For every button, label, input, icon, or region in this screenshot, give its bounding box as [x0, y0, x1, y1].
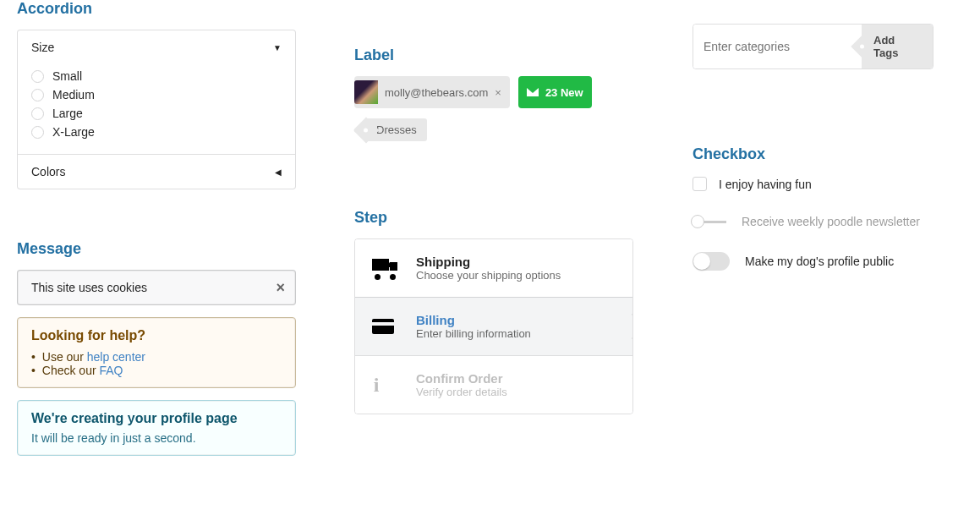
- message-text: This site uses cookies: [31, 281, 147, 294]
- toggle-icon: [693, 252, 730, 271]
- faq-link[interactable]: FAQ: [100, 364, 123, 377]
- accordion-heading: Accordion: [17, 0, 296, 18]
- radio-label: Large: [52, 107, 83, 120]
- step-title: Confirm Order: [416, 371, 507, 386]
- radio-large[interactable]: Large: [31, 107, 282, 120]
- text: Use our: [42, 350, 87, 364]
- add-tags-button[interactable]: Add Tags: [862, 25, 933, 68]
- avatar: [354, 80, 378, 104]
- accordion-content-size: Small Medium Large X-Large: [18, 69, 295, 154]
- message-heading: Message: [17, 240, 296, 258]
- accordion: Size ▼ Small Medium Large X-Large Colors…: [17, 30, 296, 189]
- radio-icon: [31, 126, 44, 139]
- step-desc: Verify order details: [416, 386, 507, 398]
- radio-label: X-Large: [52, 125, 95, 139]
- label-heading: Label: [354, 47, 633, 64]
- checkbox-heading: Checkbox: [693, 145, 933, 163]
- truck-icon: [372, 259, 404, 277]
- checkbox-label: Receive weekly poodle newsletter: [742, 215, 920, 228]
- message-body: It will be ready in just a second.: [31, 431, 282, 445]
- checkbox-label: I enjoy having fun: [719, 178, 812, 191]
- user-label[interactable]: molly@thebears.com ×: [354, 76, 510, 108]
- radio-label: Medium: [52, 88, 95, 101]
- mail-icon: [527, 88, 539, 96]
- badge-text: 23 New: [545, 86, 583, 99]
- accordion-title-size[interactable]: Size ▼: [18, 30, 295, 64]
- step-shipping[interactable]: ShippingChoose your shipping options: [355, 239, 632, 297]
- button-label: Add Tags: [873, 34, 898, 59]
- step-group: ShippingChoose your shipping options Bil…: [354, 238, 633, 414]
- list-item: Use our help center: [31, 350, 282, 364]
- message-info: We're creating your profile page It will…: [17, 400, 296, 456]
- radio-xlarge[interactable]: X-Large: [31, 125, 282, 139]
- step-desc: Choose your shipping options: [416, 269, 561, 282]
- message-header: Looking for help?: [31, 328, 282, 343]
- step-desc: Enter billing information: [416, 327, 531, 340]
- text: Check our: [42, 364, 100, 377]
- accordion-size-label: Size: [31, 41, 54, 54]
- accordion-title-colors[interactable]: Colors ◀: [18, 155, 295, 189]
- step-title: Shipping: [416, 255, 561, 269]
- checkbox-newsletter: Receive weekly poodle newsletter: [693, 215, 933, 228]
- card-icon: [372, 319, 404, 334]
- caret-left-icon: ◀: [275, 167, 282, 177]
- help-center-link[interactable]: help center: [87, 350, 145, 364]
- step-billing[interactable]: BillingEnter billing information: [355, 297, 632, 355]
- accordion-colors-label: Colors: [31, 165, 65, 178]
- tag-label[interactable]: Dresses: [366, 118, 427, 141]
- radio-medium[interactable]: Medium: [31, 88, 282, 101]
- message-header: We're creating your profile page: [31, 411, 282, 426]
- info-icon: i: [372, 374, 404, 397]
- new-badge[interactable]: 23 New: [518, 76, 592, 108]
- step-heading: Step: [354, 209, 633, 227]
- email-text: molly@thebears.com: [385, 86, 488, 99]
- step-title: Billing: [416, 313, 531, 327]
- radio-icon: [31, 89, 44, 101]
- tags-input: Add Tags: [693, 24, 933, 69]
- radio-icon: [31, 70, 44, 83]
- message-cookie: This site uses cookies ×: [17, 270, 296, 305]
- checkbox-label: Make my dog's profile public: [745, 255, 894, 268]
- radio-icon: [31, 107, 44, 120]
- message-warning: Looking for help? Use our help center Ch…: [17, 317, 296, 388]
- categories-field[interactable]: [693, 25, 862, 68]
- list-item: Check our FAQ: [31, 364, 282, 377]
- checkbox-fun[interactable]: I enjoy having fun: [693, 177, 933, 191]
- radio-label: Small: [52, 69, 82, 83]
- tag-text: Dresses: [376, 123, 417, 136]
- close-icon[interactable]: ×: [276, 279, 285, 297]
- delete-icon[interactable]: ×: [495, 86, 501, 99]
- caret-down-icon: ▼: [273, 43, 282, 52]
- checkbox-icon: [693, 177, 707, 191]
- toggle-public[interactable]: Make my dog's profile public: [693, 252, 933, 271]
- step-confirm: i Confirm OrderVerify order details: [355, 355, 632, 414]
- slider-icon: [693, 221, 726, 223]
- radio-small[interactable]: Small: [31, 69, 282, 83]
